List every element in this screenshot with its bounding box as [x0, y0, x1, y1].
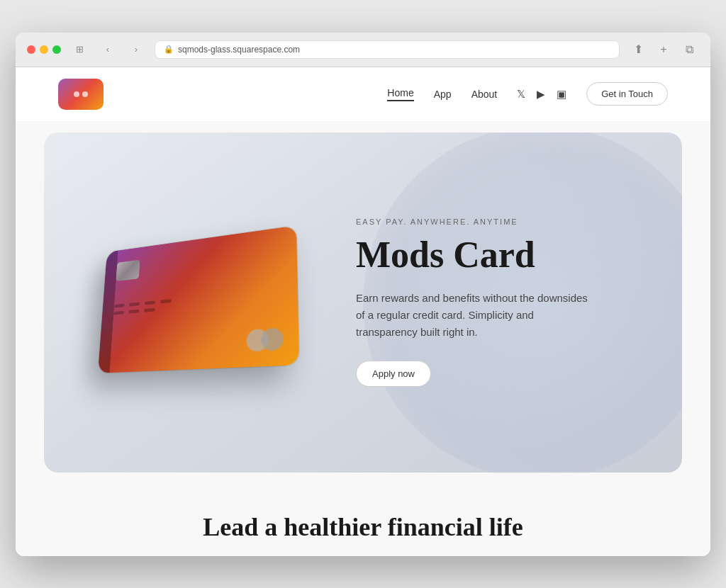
stripe-dot	[128, 309, 139, 313]
logo-dot-1	[74, 91, 79, 97]
traffic-lights	[27, 45, 61, 54]
logo-dots	[74, 91, 88, 97]
stripe-dot	[144, 307, 155, 312]
card-visual	[44, 207, 342, 398]
tabs-button[interactable]: ⧉	[679, 40, 699, 60]
youtube-icon[interactable]: ▶	[537, 88, 545, 101]
close-button[interactable]	[27, 45, 35, 54]
address-bar[interactable]: 🔒 sqmods-glass.squarespace.com	[155, 40, 620, 59]
browser-actions: ⬆ + ⧉	[628, 40, 699, 60]
card-bottom	[111, 327, 284, 359]
stripe-dot	[113, 310, 124, 315]
forward-button[interactable]: ›	[126, 40, 146, 60]
browser-window: ⊞ ‹ › 🔒 sqmods-glass.squarespace.com ⬆ +…	[16, 33, 710, 556]
sidebar-toggle-button[interactable]: ⊞	[69, 40, 89, 60]
nav-link-app[interactable]: App	[434, 89, 452, 100]
apply-now-button[interactable]: Apply now	[356, 361, 431, 387]
hero-description: Earn rewards and benefits without the do…	[356, 290, 597, 341]
hero-section: EASY PAY. ANYWHERE. ANYTIME Mods Card Ea…	[44, 132, 682, 473]
card-chip	[116, 259, 140, 281]
site-navigation: Home App About 𝕏 ▶ ▣ Get in Touch	[16, 67, 710, 121]
instagram-icon[interactable]: ▣	[557, 88, 566, 101]
minimize-button[interactable]	[40, 45, 48, 54]
new-tab-button[interactable]: +	[654, 40, 674, 60]
hero-tagline: EASY PAY. ANYWHERE. ANYTIME	[356, 217, 640, 226]
twitter-icon[interactable]: 𝕏	[517, 88, 525, 101]
hero-title: Mods Card	[356, 234, 640, 275]
card-stripes	[113, 288, 283, 315]
nav-link-home[interactable]: Home	[387, 87, 413, 101]
stripe-dot	[145, 300, 156, 305]
logo[interactable]	[58, 79, 104, 110]
back-button[interactable]: ‹	[98, 40, 118, 60]
share-button[interactable]: ⬆	[628, 40, 648, 60]
stripe-dot	[114, 303, 125, 307]
logo-dot-2	[82, 91, 88, 97]
maximize-button[interactable]	[52, 45, 61, 54]
bottom-section: Lead a healthier financial life	[16, 484, 710, 556]
get-in-touch-button[interactable]: Get in Touch	[586, 82, 668, 106]
mastercard-circle-right	[261, 327, 284, 351]
lock-icon: 🔒	[164, 45, 174, 54]
bottom-title: Lead a healthier financial life	[44, 512, 682, 542]
website-content: Home App About 𝕏 ▶ ▣ Get in Touch	[16, 67, 710, 556]
url-text: sqmods-glass.squarespace.com	[178, 45, 300, 55]
credit-card-3d	[98, 225, 299, 373]
social-links: 𝕏 ▶ ▣	[517, 88, 566, 101]
nav-link-about[interactable]: About	[471, 89, 498, 100]
stripe-dot	[160, 299, 172, 303]
stripe-dot	[129, 302, 140, 306]
browser-chrome: ⊞ ‹ › 🔒 sqmods-glass.squarespace.com ⬆ +…	[16, 33, 710, 67]
nav-links: Home App About 𝕏 ▶ ▣ Get in Touch	[387, 82, 668, 106]
hero-content: EASY PAY. ANYWHERE. ANYTIME Mods Card Ea…	[342, 189, 682, 414]
